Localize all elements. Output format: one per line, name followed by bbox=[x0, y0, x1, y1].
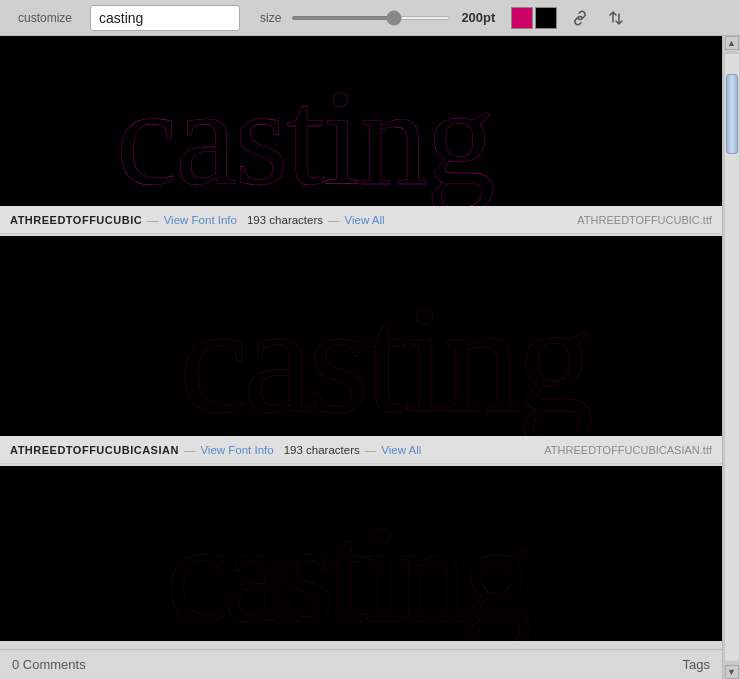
customize-label: customize bbox=[10, 11, 80, 25]
font-preview-svg-2: casting casting bbox=[0, 236, 722, 436]
view-font-info-link-1[interactable]: View Font Info bbox=[164, 214, 237, 226]
size-value: 200pt bbox=[461, 10, 501, 25]
sep2c: — bbox=[365, 444, 377, 456]
filename-2: ATHREEDTOFFUCUBICASIAN.ttf bbox=[544, 444, 712, 456]
font-name-1: ATHREEDTOFFUCUBIC bbox=[10, 214, 142, 226]
scrollbar[interactable]: ▲ ▼ bbox=[722, 36, 740, 679]
sep1c: — bbox=[328, 214, 340, 226]
font-preview-3: casting casting bbox=[0, 466, 722, 641]
tags-label: Tags bbox=[683, 657, 710, 672]
char-count-1: 193 characters bbox=[247, 214, 323, 226]
sep1a: — bbox=[147, 214, 159, 226]
size-label: size bbox=[260, 11, 281, 25]
svg-text:casting: casting bbox=[179, 273, 592, 436]
svg-text:casting: casting bbox=[116, 61, 493, 206]
char-count-2: 193 characters bbox=[284, 444, 360, 456]
font-preview-2: casting casting bbox=[0, 236, 722, 436]
font-preview-svg-3: casting casting bbox=[0, 466, 722, 641]
view-font-info-link-2[interactable]: View Font Info bbox=[200, 444, 273, 456]
toolbar: customize size 200pt bbox=[0, 0, 740, 36]
scrollbar-thumb[interactable] bbox=[726, 74, 738, 154]
link-icon-btn[interactable] bbox=[567, 5, 593, 31]
font-block-1: casting casting casting bbox=[0, 36, 722, 234]
font-block-2: casting casting ATHREEDTOFFUCUBICASIAN —… bbox=[0, 236, 722, 464]
scroll-down-arrow[interactable]: ▼ bbox=[725, 665, 739, 679]
font-preview-1: casting casting casting bbox=[0, 36, 722, 206]
background-color-swatch[interactable] bbox=[535, 7, 557, 29]
scrollbar-track bbox=[725, 54, 739, 661]
sep2a: — bbox=[184, 444, 196, 456]
font-info-bar-2: ATHREEDTOFFUCUBICASIAN — View Font Info … bbox=[0, 436, 722, 464]
preview-text-input[interactable] bbox=[90, 5, 240, 31]
main-container: casting casting casting bbox=[0, 36, 740, 679]
bottom-bar: 0 Comments Tags bbox=[0, 649, 722, 679]
foreground-color-swatch[interactable] bbox=[511, 7, 533, 29]
svg-text:casting: casting bbox=[166, 496, 531, 641]
content-area[interactable]: casting casting casting bbox=[0, 36, 722, 679]
size-slider[interactable] bbox=[291, 16, 451, 20]
font-block-3: casting casting bbox=[0, 466, 722, 641]
scroll-up-arrow[interactable]: ▲ bbox=[725, 36, 739, 50]
font-preview-svg-1: casting casting casting bbox=[0, 36, 722, 206]
view-all-link-1[interactable]: View All bbox=[345, 214, 385, 226]
comments-label: 0 Comments bbox=[12, 657, 86, 672]
font-name-2: ATHREEDTOFFUCUBICASIAN bbox=[10, 444, 179, 456]
font-info-bar-1: ATHREEDTOFFUCUBIC — View Font Info 193 c… bbox=[0, 206, 722, 234]
view-all-link-2[interactable]: View All bbox=[381, 444, 421, 456]
swap-icon-btn[interactable] bbox=[603, 5, 629, 31]
filename-1: ATHREEDTOFFUCUBIC.ttf bbox=[577, 214, 712, 226]
